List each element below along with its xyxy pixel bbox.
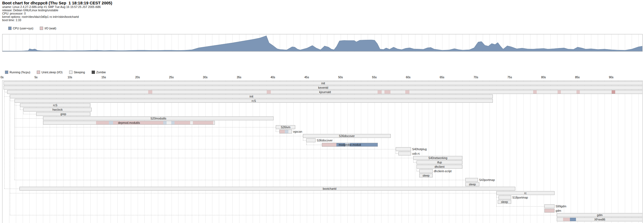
proc-legend-item: Unint.sleep (I/O): [37, 71, 62, 74]
process-bar-s20modutils: S20modutils: [43, 116, 274, 120]
process-label: grep: [36, 112, 90, 116]
process-connector-h: [303, 140, 306, 141]
bar-segment-io: [545, 209, 554, 212]
header: Boot chart for dhcppc8 (Thu Sep 1 18:18:…: [2, 1, 112, 22]
axis-tick-label: 25s: [169, 76, 174, 79]
process-bar-init: init: [10, 94, 493, 98]
axis-tick-label: 70s: [474, 76, 478, 79]
process-connector-h: [15, 118, 43, 119]
process-bar-grep: grep: [36, 112, 90, 116]
process-label: modprobe.moduti: [322, 143, 378, 146]
process-bar-rc: rc: [496, 191, 555, 195]
release-line: release: Debian GNU/Linux testing/unstab…: [2, 9, 112, 12]
uname-line: uname: Linux 2.4.27-2-686-smp #1 SMP Tue…: [2, 5, 112, 9]
process-bar-s40networking: S40networking: [413, 156, 463, 160]
process-bar-sleep: sleep: [419, 174, 433, 177]
legend-swatch-icon: [5, 71, 8, 74]
axis-tick-label: 65s: [440, 76, 444, 79]
axis-tick-label: 90s: [609, 76, 614, 79]
process-label: gdm: [557, 213, 643, 217]
process-bar-init: init: [4, 81, 643, 85]
process-connector-h: [20, 110, 23, 110]
process-bar-depmod-modutils: depmod.modutils: [43, 121, 215, 125]
axis-tick-label: 10s: [68, 76, 72, 79]
process-label: hwclock: [24, 108, 91, 111]
process-label: sleep: [466, 183, 479, 186]
axis-tick-label: 80s: [541, 76, 546, 79]
process-label: rcS: [20, 104, 90, 107]
axis-tick-label: 5s: [35, 76, 38, 79]
axis-tick-label: 50s: [338, 76, 343, 79]
proc-legend-item: Running (%cpu): [5, 71, 30, 74]
process-connector-h: [4, 92, 7, 92]
legend-swatch-icon: [37, 71, 40, 74]
process-label: sleep: [498, 200, 511, 204]
axis-tick-label: 0s: [1, 76, 4, 79]
process-connector-h: [10, 215, 557, 215]
axis-tick-label: 30s: [203, 76, 207, 79]
process-label: bootchartd: [313, 187, 346, 190]
process-connector-h: [10, 101, 15, 101]
process-bar-s99gdm: S99gdm: [544, 204, 555, 208]
cpu-area-svg: [2, 34, 642, 51]
process-label: S99gdm: [554, 205, 566, 208]
process-label: S26lvm: [276, 126, 295, 129]
axis-tick-label: 35s: [237, 76, 241, 79]
legend-swatch-icon: [69, 71, 72, 74]
process-label: init: [4, 82, 643, 85]
process-connector-h: [396, 154, 398, 154]
legend-label: Running (%cpu): [10, 71, 30, 74]
axis-tick-label: 15s: [101, 76, 106, 79]
process-label: S43portmap: [478, 178, 495, 182]
process-connector-h: [496, 197, 498, 198]
process-connector-h: [306, 145, 322, 145]
proc-legend-item: Sleeping: [69, 71, 85, 74]
process-label: depmod.modutils: [43, 121, 215, 124]
process-bar-gdm: gdm: [557, 213, 643, 217]
process-bar-modprobe-moduti: modprobe.moduti: [322, 143, 378, 147]
process-connector-h: [496, 206, 544, 207]
process-connector-v: [4, 83, 5, 189]
cpu-chart-legend: CPU (user+sys)I/O (wait): [8, 27, 56, 30]
process-bar-s43portmap: S43portmap: [465, 178, 478, 182]
process-connector-h: [417, 171, 419, 171]
process-label: keventd: [4, 86, 643, 89]
process-connector-h: [413, 162, 417, 163]
process-label: init: [10, 95, 493, 98]
process-label: vgscan: [292, 130, 302, 133]
cpu-utilisation-chart: [2, 34, 643, 52]
legend-label: Unint.sleep (I/O): [41, 71, 62, 74]
proc-legend-item: Zombie: [92, 71, 106, 74]
axis-tick-label: 60s: [406, 76, 410, 79]
cpu-legend-item: CPU (user+sys): [8, 27, 33, 30]
legend-label: I/O (wait): [44, 27, 56, 30]
process-label: S18portmap: [511, 196, 528, 199]
process-bar-dhclient: dhclient: [417, 165, 462, 169]
page-title: Boot chart for dhcppc8 (Thu Sep 1 18:18:…: [2, 1, 112, 5]
process-bar-s36discover: S36discover: [303, 134, 391, 138]
time-axis: 0s5s10s15s20s25s30s35s40s45s50s55s60s65s…: [0, 76, 644, 79]
process-bar-ifup: ifup: [417, 160, 462, 164]
boot-time-line: boot time: 1:33: [2, 18, 112, 22]
process-label: rc: [497, 191, 554, 195]
kernel-options-line: kernel options: root=/dev/ida/c0d0p1 ro …: [2, 15, 112, 18]
process-connector-v: [496, 193, 497, 206]
process-bar-keventd: keventd: [4, 86, 643, 90]
process-bar-s26lvm: S26lvm: [276, 125, 295, 129]
process-bar-usb-rc: usb.rc: [398, 152, 411, 155]
process-connector-h: [15, 180, 465, 180]
process-label: rcS: [15, 99, 493, 102]
process-label: gdm: [554, 209, 561, 212]
process-label: S36discover: [315, 139, 333, 142]
axis-tick-label: 75s: [507, 76, 512, 79]
process-label: XFree86: [557, 218, 643, 221]
process-label: S20modutils: [43, 117, 273, 120]
process-bar-rcs: rcS: [20, 103, 90, 107]
process-connector-h: [15, 127, 276, 127]
process-bar-s40hotplug: S40hotplug: [396, 147, 411, 151]
process-bar-vgscan: vgscan: [279, 130, 292, 133]
process-label: dhclient: [417, 165, 462, 168]
axis-tick-label: 20s: [135, 76, 140, 79]
process-label: kjournald: [7, 90, 643, 94]
cpu-legend-item: I/O (wait): [40, 27, 56, 30]
